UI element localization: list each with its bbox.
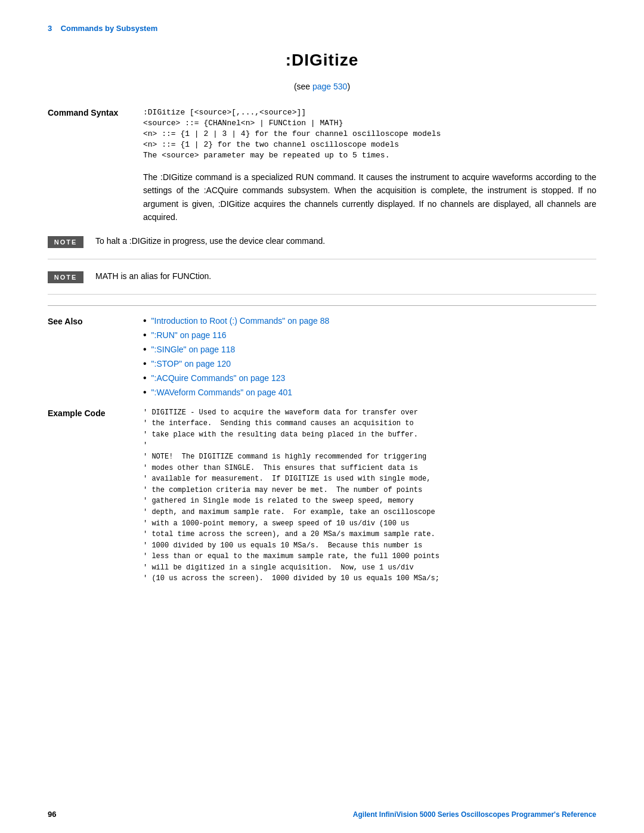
see-also-link-3[interactable]: ":STOP" on page 120 (151, 359, 231, 368)
see-also-label: See Also (48, 315, 143, 326)
syntax-line-4: <n> ::= {1 | 2} for the two channel osci… (143, 140, 596, 149)
page: 3 Commands by Subsystem :DIGitize (see p… (0, 0, 644, 833)
breadcrumb: 3 Commands by Subsystem (48, 24, 596, 33)
see-also-link-2[interactable]: ":SINGle" on page 118 (151, 345, 236, 354)
note-2: NOTE MATH is an alias for FUNCtion. (48, 270, 596, 295)
see-also-link-5[interactable]: ":WAVeform Commands" on page 401 (151, 388, 292, 397)
note-2-text: MATH is an alias for FUNCtion. (95, 270, 211, 283)
note-1: NOTE To halt a :DIGitize in progress, us… (48, 235, 596, 259)
breadcrumb-text: Commands by Subsystem (61, 24, 158, 33)
see-also-item-1: ":RUN" on page 116 (143, 330, 329, 340)
command-syntax-table: Command Syntax :DIGitize [<source>[,...,… (48, 106, 596, 162)
see-ref: (see page 530) (48, 82, 596, 91)
code-block: ' DIGITIZE - Used to acquire the wavefor… (143, 407, 439, 585)
syntax-line-2: <source> ::= {CHANnel<n> | FUNCtion | MA… (143, 119, 596, 128)
syntax-line-3: <n> ::= {1 | 2 | 3 | 4} for the four cha… (143, 129, 596, 138)
note-2-badge: NOTE (48, 271, 83, 283)
example-code-label: Example Code (48, 407, 143, 418)
see-also-item-5: ":WAVeform Commands" on page 401 (143, 387, 329, 398)
note-1-badge: NOTE (48, 236, 83, 248)
syntax-line-1: :DIGitize [<source>[,...,<source>]] (143, 108, 596, 117)
description-paragraph: The :DIGitize command is a specialized R… (143, 171, 596, 224)
divider (48, 305, 596, 306)
syntax-line-5: The <source> parameter may be repeated u… (143, 151, 596, 160)
example-code-section: Example Code ' DIGITIZE - Used to acquir… (48, 407, 596, 585)
see-also-link-4[interactable]: ":ACQuire Commands" on page 123 (151, 373, 286, 383)
see-also-item-3: ":STOP" on page 120 (143, 358, 329, 369)
command-syntax-label: Command Syntax (48, 106, 143, 162)
page-title: :DIGitize (48, 51, 596, 70)
see-also-section: See Also "Introduction to Root (:) Comma… (48, 315, 596, 401)
see-ref-link[interactable]: page 530 (312, 82, 347, 91)
see-also-item-4: ":ACQuire Commands" on page 123 (143, 373, 329, 383)
see-also-link-1[interactable]: ":RUN" on page 116 (151, 330, 227, 340)
see-also-link-0[interactable]: "Introduction to Root (:) Commands" on p… (151, 316, 330, 326)
page-footer: 96 Agilent InfiniVision 5000 Series Osci… (48, 810, 596, 819)
see-also-item-0: "Introduction to Root (:) Commands" on p… (143, 315, 329, 326)
footer-page-number: 96 (48, 810, 56, 819)
note-1-text: To halt a :DIGitize in progress, use the… (95, 235, 325, 247)
see-also-list: "Introduction to Root (:) Commands" on p… (143, 315, 329, 401)
see-also-item-2: ":SINGle" on page 118 (143, 344, 329, 355)
breadcrumb-number: 3 (48, 24, 52, 33)
syntax-lines: :DIGitize [<source>[,...,<source>]] <sou… (143, 108, 596, 160)
command-syntax-value: :DIGitize [<source>[,...,<source>]] <sou… (143, 106, 596, 162)
footer-brand: Agilent InfiniVision 5000 Series Oscillo… (353, 810, 596, 819)
